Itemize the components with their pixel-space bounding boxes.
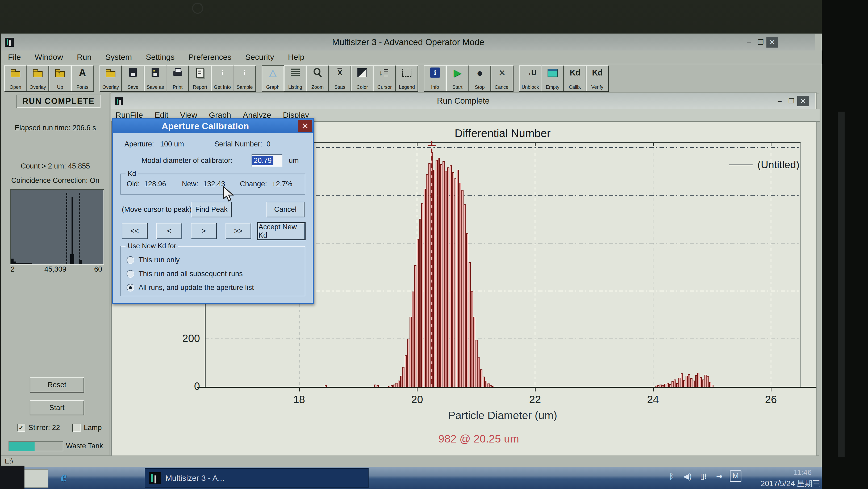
bluetooth-icon[interactable]: ᛒ <box>666 472 677 481</box>
toolbar-button-unblock[interactable]: →UUnblock <box>519 65 541 91</box>
toolbar-button-overlay[interactable]: Overlay <box>99 65 122 91</box>
toolbar-button-cancel[interactable]: ×Cancel <box>491 65 513 91</box>
toolbar-button-label: Start <box>452 85 462 90</box>
menu-item-security[interactable]: Security <box>245 53 274 62</box>
photo-frame: Multisizer 3 - Advanced Operator Mode – … <box>0 0 868 489</box>
toolbar-button-label: Listing <box>288 85 302 90</box>
radio-label: This run only <box>138 256 180 264</box>
toolbar-button-label: Get Info <box>214 85 231 90</box>
reset-button[interactable]: Reset <box>30 378 84 392</box>
menu-item-help[interactable]: Help <box>288 53 305 62</box>
chart-legend: (Untitled) <box>729 159 799 171</box>
menu-item-file[interactable]: File <box>8 53 21 62</box>
toolbar-button-listing[interactable]: Listing <box>284 65 306 91</box>
toolbar-button-color[interactable]: Color <box>351 65 373 91</box>
toolbar-button-print[interactable]: Print <box>166 65 189 91</box>
menu-item-settings[interactable]: Settings <box>146 53 175 62</box>
toolbar-button-legend[interactable]: Legend <box>396 65 418 91</box>
radio-icon[interactable] <box>127 270 134 278</box>
aperture-label: Aperture: <box>124 140 154 148</box>
radio-icon[interactable] <box>127 256 134 264</box>
modal-diameter-input[interactable]: 20.79 <box>252 154 282 167</box>
device-status-icon[interactable]: ▯! <box>698 472 709 481</box>
toolbar-button-open[interactable]: Open <box>4 65 27 91</box>
menu-item-window[interactable]: Window <box>35 53 63 62</box>
menu-item-system[interactable]: System <box>105 53 132 62</box>
toolbar-button-report[interactable]: Report <box>189 65 211 91</box>
kd-new-label: New: <box>182 180 198 188</box>
toolbar-button-fonts[interactable]: AFonts <box>71 65 94 91</box>
dialog-title: Aperture Calibration <box>113 121 298 131</box>
close-icon[interactable]: ✕ <box>298 120 312 132</box>
toolbar-button-sample[interactable]: iSample <box>234 65 256 91</box>
toolbar-button-get-info[interactable]: iGet Info <box>211 65 234 91</box>
messenger-icon[interactable]: M <box>730 470 741 482</box>
taskbar-app-button[interactable]: Multisizer 3 - A... <box>145 468 369 488</box>
radio-icon[interactable] <box>127 284 134 292</box>
minimize-icon[interactable]: – <box>743 37 755 47</box>
toolbar-button-stats[interactable]: XStats <box>329 65 351 91</box>
toolbar-button-stop[interactable]: ●Stop <box>469 65 491 91</box>
toolbar-group: OverlaySaveSave asPrintReportiGet InfoiS… <box>99 65 256 91</box>
cancel-button[interactable]: Cancel <box>267 202 304 217</box>
taskbar-app-label: Multisizer 3 - A... <box>165 474 224 483</box>
step-button-0[interactable]: << <box>122 223 147 239</box>
toolbar-group: iInfo▶Start●Stop×Cancel <box>424 65 513 91</box>
clock: 11:46 <box>794 468 812 477</box>
toolbar-button-label: Fonts <box>76 85 88 90</box>
lamp-checkbox[interactable] <box>72 424 81 432</box>
stirrer-checkbox[interactable]: ✓ <box>17 424 25 432</box>
radio-option-0[interactable]: This run only <box>127 256 180 264</box>
preview-count-label: 45,309 <box>1 265 110 273</box>
volume-icon[interactable]: ◀) <box>682 472 693 481</box>
toolbar-button-overlay[interactable]: Overlay <box>27 65 49 91</box>
toolbar-button-empty[interactable]: Empty <box>541 65 564 91</box>
use-new-kd-groupbox: Use New Kd for This run onlyThis run and… <box>120 246 305 296</box>
close-icon[interactable]: ✕ <box>767 37 778 47</box>
minimize-icon[interactable]: – <box>774 96 785 106</box>
cursor-icon: ↓ <box>378 67 391 79</box>
internet-explorer-icon[interactable]: e <box>61 469 67 485</box>
toolbar-button-save-as[interactable]: Save as <box>144 65 166 91</box>
start-run-button[interactable]: Start <box>30 400 84 415</box>
cancel-icon: × <box>496 67 508 79</box>
step-button-3[interactable]: >> <box>225 223 251 239</box>
toolbar-button-start[interactable]: ▶Start <box>446 65 469 91</box>
toolbar-button-label: Info <box>431 85 439 90</box>
preview-peak-base <box>70 254 74 264</box>
toolbar-button-zoom[interactable]: Zoom <box>306 65 329 91</box>
toolbar-button-info[interactable]: iInfo <box>424 65 446 91</box>
menu-item-preferences[interactable]: Preferences <box>189 53 231 62</box>
dialog-titlebar[interactable]: Aperture Calibration ✕ <box>113 119 313 133</box>
toolbar-button-graph[interactable]: △Graph <box>262 65 284 91</box>
usb-icon[interactable]: ⇥ <box>714 472 725 481</box>
toolbar-button-calib-[interactable]: KdCalib. <box>564 65 586 91</box>
find-peak-button[interactable]: Find Peak <box>191 202 231 217</box>
step-button-2[interactable]: > <box>191 223 216 239</box>
toolbar-button-save[interactable]: Save <box>122 65 144 91</box>
step-button-1[interactable]: < <box>156 223 182 239</box>
up-icon: ↑ <box>54 67 66 79</box>
webcam <box>192 3 203 14</box>
toolbar-button-label: Graph <box>266 85 279 90</box>
maximize-icon[interactable]: ❐ <box>785 96 797 106</box>
modal-diameter-value: 20.79 <box>252 156 273 165</box>
preview-cursor-right <box>79 193 80 264</box>
toolbar-button-cursor[interactable]: ↓Cursor <box>373 65 396 91</box>
modal-diameter-unit: um <box>289 157 299 165</box>
menu-item-run[interactable]: Run <box>77 53 91 62</box>
toolbar-button-up[interactable]: ↑Up <box>49 65 71 91</box>
stirrer-label: Stirrer: 22 <box>28 424 60 432</box>
radio-option-1[interactable]: This run and all subsequent runs <box>127 270 243 278</box>
accept-new-kd-button[interactable]: Accept New Kd <box>258 223 305 239</box>
close-icon[interactable]: ✕ <box>797 96 809 106</box>
system-tray: ᛒ◀)▯!⇥M <box>666 470 741 482</box>
toolbar-button-label: Color <box>356 85 368 90</box>
toolbar-button-verify[interactable]: KdVerify <box>586 65 609 91</box>
radio-option-2[interactable]: All runs, and update the aperture list <box>127 284 254 292</box>
save-icon <box>127 67 139 79</box>
preview-noise <box>11 259 13 264</box>
unblock-icon: →U <box>524 67 536 79</box>
radio-label: All runs, and update the aperture list <box>138 284 254 292</box>
maximize-icon[interactable]: ❐ <box>755 37 767 47</box>
